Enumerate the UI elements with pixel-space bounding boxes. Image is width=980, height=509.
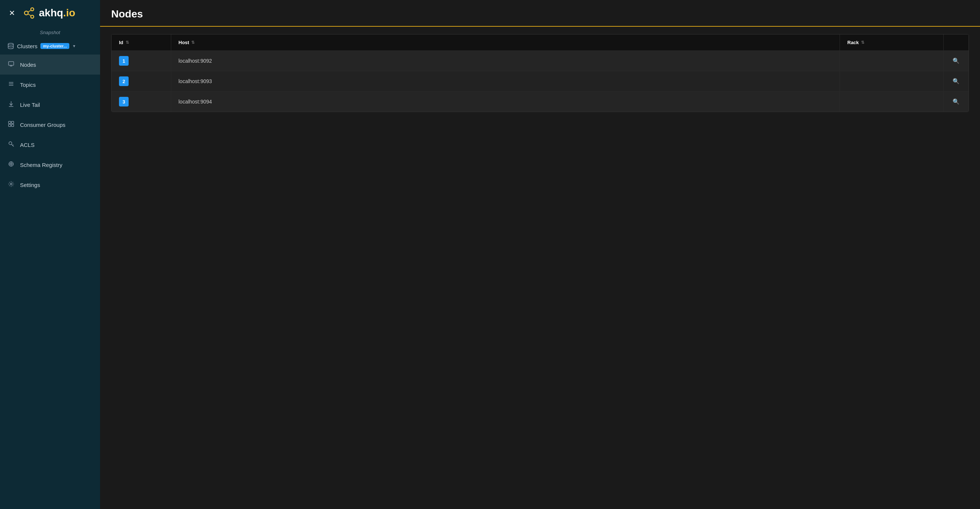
col-header-action [944, 35, 969, 51]
col-header-host[interactable]: Host ⇅ [171, 35, 840, 51]
nodes-table-container: Id ⇅ Host ⇅ Rack ⇅ [111, 34, 969, 112]
svg-point-27 [10, 183, 12, 185]
svg-rect-16 [8, 124, 11, 126]
sidebar-item-live-tail[interactable]: Live Tail [0, 94, 100, 115]
clusters-label: Clusters [17, 43, 37, 49]
schema-registry-icon [7, 161, 15, 169]
svg-line-4 [28, 14, 31, 16]
cell-action: 🔍 [944, 51, 969, 71]
cluster-badge: my-cluster... [40, 43, 69, 49]
svg-rect-17 [11, 124, 14, 126]
main-content: Nodes Id ⇅ Host ⇅ [100, 0, 980, 509]
table-row: 3localhost:9094🔍 [111, 92, 969, 112]
col-header-id[interactable]: Id ⇅ [111, 35, 171, 51]
cell-host: localhost:9093 [171, 71, 840, 92]
page-title: Nodes [111, 8, 969, 20]
cell-action: 🔍 [944, 71, 969, 92]
cell-id: 3 [111, 92, 171, 112]
topics-icon [7, 80, 15, 89]
chevron-down-icon: ▾ [73, 43, 75, 49]
node-search-button[interactable]: 🔍 [951, 56, 961, 65]
live-tail-label: Live Tail [20, 102, 40, 108]
snapshot-label: Snapshot [0, 26, 100, 37]
cell-host: localhost:9092 [171, 51, 840, 71]
sort-rack-icon: ⇅ [861, 40, 864, 45]
cell-id: 2 [111, 71, 171, 92]
acls-label: ACLS [20, 142, 35, 148]
svg-rect-14 [8, 121, 11, 124]
clusters-item[interactable]: Clusters my-cluster... ▾ [0, 37, 100, 54]
svg-point-1 [31, 8, 34, 11]
live-tail-icon [7, 101, 15, 109]
close-button[interactable]: ✕ [7, 8, 17, 18]
acls-icon [7, 140, 15, 149]
sidebar-item-schema-registry[interactable]: Schema Registry [0, 155, 100, 175]
node-search-button[interactable]: 🔍 [951, 97, 961, 107]
topics-label: Topics [20, 81, 36, 88]
svg-point-22 [10, 163, 12, 165]
table-body: 1localhost:9092🔍2localhost:9093🔍3localho… [111, 51, 969, 112]
table-header: Id ⇅ Host ⇅ Rack ⇅ [111, 35, 969, 51]
node-id-badge: 3 [119, 97, 129, 107]
col-header-rack[interactable]: Rack ⇅ [840, 35, 944, 51]
sidebar-nav: Nodes Topics Live Tail Consumer Groups A [0, 54, 100, 195]
cell-host: localhost:9094 [171, 92, 840, 112]
node-id-badge: 2 [119, 77, 129, 86]
cell-id: 1 [111, 51, 171, 71]
svg-rect-6 [8, 62, 14, 65]
svg-point-5 [8, 43, 13, 45]
logo: akhq.io [21, 6, 75, 21]
svg-line-3 [28, 10, 31, 12]
sort-host-icon: ⇅ [191, 40, 194, 45]
clusters-icon [7, 43, 14, 49]
cell-rack [840, 51, 944, 71]
schema-registry-label: Schema Registry [20, 162, 62, 168]
sidebar-item-settings[interactable]: Settings [0, 175, 100, 195]
sidebar-item-acls[interactable]: ACLS [0, 135, 100, 155]
sidebar-header: ✕ akhq.io [0, 0, 100, 26]
consumer-groups-icon [7, 121, 15, 129]
sidebar-item-nodes[interactable]: Nodes [0, 54, 100, 75]
main-header: Nodes [100, 0, 980, 27]
cell-action: 🔍 [944, 92, 969, 112]
sidebar-item-consumer-groups[interactable]: Consumer Groups [0, 115, 100, 135]
consumer-groups-label: Consumer Groups [20, 122, 65, 128]
nodes-label: Nodes [20, 62, 36, 68]
node-id-badge: 1 [119, 56, 129, 65]
node-search-button[interactable]: 🔍 [951, 77, 961, 86]
sidebar: ✕ akhq.io Snapshot Clusters my-cluster..… [0, 0, 100, 509]
logo-text: akhq.io [39, 7, 75, 19]
svg-point-18 [9, 142, 12, 145]
logo-icon [21, 6, 36, 21]
cell-rack [840, 92, 944, 112]
settings-icon [7, 181, 15, 189]
svg-point-2 [31, 15, 34, 18]
svg-line-20 [13, 145, 13, 145]
table-row: 2localhost:9093🔍 [111, 71, 969, 92]
sidebar-item-topics[interactable]: Topics [0, 75, 100, 94]
svg-rect-15 [11, 121, 14, 124]
table-row: 1localhost:9092🔍 [111, 51, 969, 71]
cell-rack [840, 71, 944, 92]
nodes-table: Id ⇅ Host ⇅ Rack ⇅ [111, 35, 969, 112]
settings-label: Settings [20, 182, 40, 188]
nodes-icon [7, 61, 15, 69]
svg-point-0 [24, 11, 28, 15]
sort-id-icon: ⇅ [126, 40, 129, 45]
